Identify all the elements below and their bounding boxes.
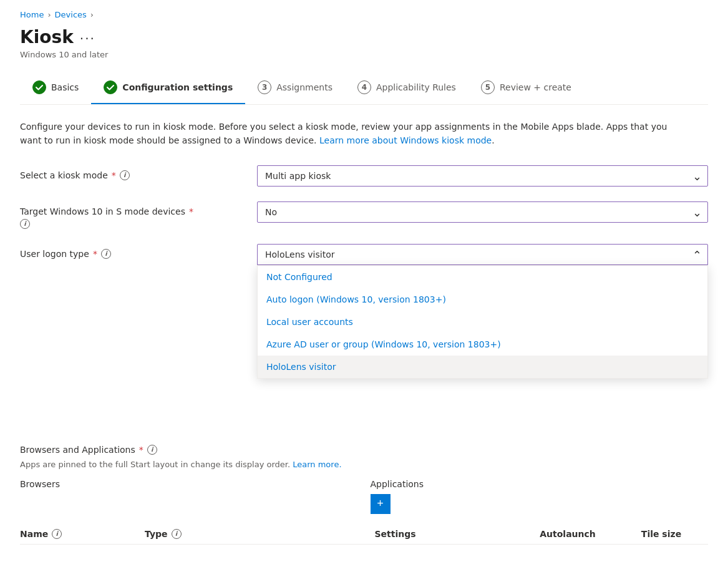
browsers-apps-link[interactable]: Learn more. xyxy=(293,460,341,469)
breadcrumb-devices[interactable]: Devices xyxy=(55,10,87,19)
page-title-row: Kiosk ··· xyxy=(20,27,708,47)
add-icon: + xyxy=(377,497,384,510)
user-logon-value: HoloLens visitor xyxy=(265,250,335,259)
step-applicability-circle: 4 xyxy=(357,80,371,94)
description-link[interactable]: Learn more about Windows kiosk mode xyxy=(319,135,492,145)
user-logon-dropdown-wrapper: HoloLens visitor ⌄ Not Configured Auto l… xyxy=(257,244,708,265)
step-assignments-circle: 3 xyxy=(258,80,271,94)
step-review-circle: 5 xyxy=(481,80,495,94)
description-text: Configure your devices to run in kiosk m… xyxy=(20,120,675,148)
kiosk-mode-required: * xyxy=(112,170,116,180)
kiosk-mode-info-icon[interactable]: i xyxy=(120,170,130,180)
option-azure-ad[interactable]: Azure AD user or group (Windows 10, vers… xyxy=(258,333,707,356)
user-logon-required: * xyxy=(93,249,97,259)
breadcrumb: Home › Devices › xyxy=(20,10,708,19)
step-assignments[interactable]: 3 Assignments xyxy=(245,74,345,104)
kiosk-mode-dropdown-wrapper: Multi app kiosk ⌄ xyxy=(257,165,708,187)
browsers-apps-info-icon[interactable]: i xyxy=(147,445,157,455)
breadcrumb-sep1: › xyxy=(47,10,51,19)
user-logon-dropdown[interactable]: HoloLens visitor xyxy=(257,244,708,265)
col-autolaunch-label: Autolaunch xyxy=(540,529,596,539)
applications-label: Applications xyxy=(371,479,709,489)
col-name-label: Name xyxy=(20,529,48,539)
kiosk-mode-dropdown[interactable]: Multi app kiosk xyxy=(257,165,708,187)
browsers-label: Browsers xyxy=(20,479,358,489)
add-application-button[interactable]: + xyxy=(371,494,391,514)
step-basics-circle xyxy=(32,80,46,94)
page-subtitle: Windows 10 and later xyxy=(20,50,708,59)
step-config-circle xyxy=(104,80,117,94)
breadcrumb-sep2: › xyxy=(90,10,94,19)
step-review[interactable]: 5 Review + create xyxy=(468,74,584,104)
browsers-apps-desc-suffix: change its display order. xyxy=(191,460,291,469)
user-logon-row: User logon type * i HoloLens visitor ⌄ N… xyxy=(20,244,708,265)
breadcrumb-home[interactable]: Home xyxy=(20,10,44,19)
step-basics[interactable]: Basics xyxy=(20,74,91,104)
browsers-apps-label: Browsers and Applications xyxy=(20,445,135,455)
browsers-apps-row: Browsers Applications + xyxy=(20,479,708,524)
browsers-apps-desc-prefix: Apps are pinned to the full Start layout… xyxy=(20,460,188,469)
page-title: Kiosk xyxy=(20,27,74,47)
step-applicability-label: Applicability Rules xyxy=(376,82,456,92)
applications-sub: Applications + xyxy=(371,479,709,524)
step-assignments-label: Assignments xyxy=(276,82,332,92)
option-local-user[interactable]: Local user accounts xyxy=(258,311,707,333)
browsers-sub: Browsers xyxy=(20,479,358,524)
option-auto-logon[interactable]: Auto logon (Windows 10, version 1803+) xyxy=(258,288,707,311)
browsers-apps-section: Browsers and Applications * i Apps are p… xyxy=(20,440,708,545)
target-windows-row: Target Windows 10 in S mode devices * i … xyxy=(20,201,708,229)
target-windows-label: Target Windows 10 in S mode devices xyxy=(20,206,185,216)
col-type-info-icon[interactable]: i xyxy=(172,529,182,539)
kiosk-mode-label: Select a kiosk mode xyxy=(20,170,108,180)
col-name-info-icon[interactable]: i xyxy=(52,529,62,539)
step-basics-label: Basics xyxy=(51,82,79,92)
browsers-apps-required: * xyxy=(139,445,143,455)
kiosk-mode-value: Multi app kiosk xyxy=(265,171,331,181)
step-applicability[interactable]: 4 Applicability Rules xyxy=(345,74,468,104)
step-config-label: Configuration settings xyxy=(122,82,233,92)
step-config[interactable]: Configuration settings xyxy=(91,74,245,104)
user-logon-label: User logon type xyxy=(20,249,89,259)
more-options-button[interactable]: ··· xyxy=(80,31,95,46)
option-hololens[interactable]: HoloLens visitor xyxy=(258,356,707,378)
col-settings-label: Settings xyxy=(374,529,415,539)
table-header: Name i Type i Settings Autolaunch Tile s… xyxy=(20,524,708,545)
user-logon-dropdown-menu: Not Configured Auto logon (Windows 10, v… xyxy=(257,265,708,379)
col-type-label: Type xyxy=(145,529,168,539)
target-windows-info-icon[interactable]: i xyxy=(20,219,30,229)
col-tilesize-label: Tile size xyxy=(641,529,681,539)
target-windows-dropdown[interactable]: No xyxy=(257,201,708,223)
step-review-label: Review + create xyxy=(500,82,571,92)
browsers-apps-desc: Apps are pinned to the full Start layout… xyxy=(20,460,482,469)
wizard-steps: Basics Configuration settings 3 Assignme… xyxy=(20,74,708,105)
kiosk-mode-row: Select a kiosk mode * i Multi app kiosk … xyxy=(20,165,708,187)
option-not-configured[interactable]: Not Configured xyxy=(258,266,707,288)
target-windows-required: * xyxy=(189,206,193,216)
user-logon-info-icon[interactable]: i xyxy=(101,249,111,259)
target-windows-value: No xyxy=(265,207,277,217)
target-windows-dropdown-wrapper: No ⌄ xyxy=(257,201,708,223)
